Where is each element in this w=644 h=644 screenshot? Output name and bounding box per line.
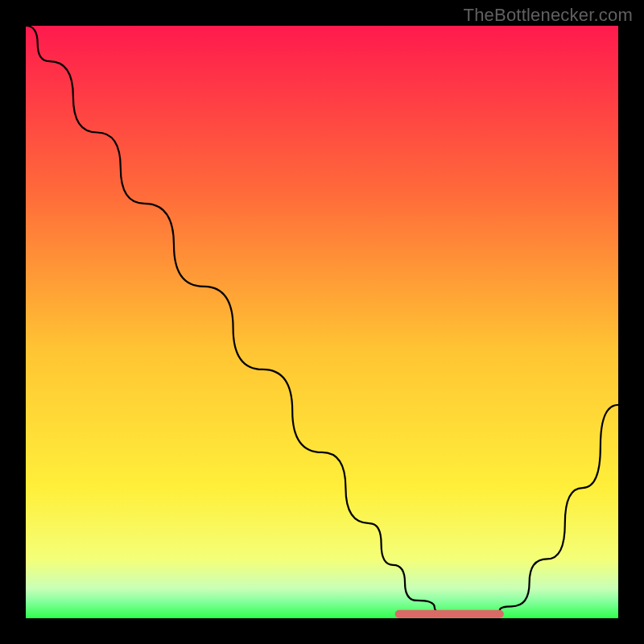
plot-area	[26, 26, 618, 618]
gradient-background	[26, 26, 618, 618]
watermark-text: TheBottlenecker.com	[464, 5, 633, 26]
chart-svg	[26, 26, 618, 618]
chart-frame: TheBottlenecker.com	[0, 0, 644, 644]
